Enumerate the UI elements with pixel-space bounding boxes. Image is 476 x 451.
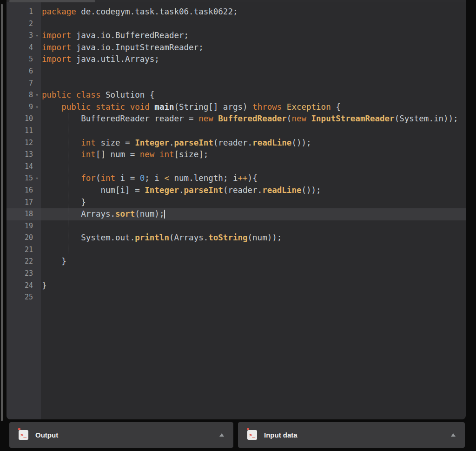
code-line-11[interactable] xyxy=(41,125,466,137)
line-number: 5 xyxy=(7,53,33,66)
gutter-row-7: 7 xyxy=(7,78,41,90)
icon-accent-dot xyxy=(247,428,249,430)
gutter-row-5: 5 xyxy=(7,53,41,66)
input-data-panel-label: Input data xyxy=(264,431,451,439)
token: ; i xyxy=(145,173,164,183)
line-number: 6 xyxy=(7,66,33,78)
code-line-10[interactable]: BufferedReader reader = new BufferedRead… xyxy=(41,113,466,125)
code-line-7[interactable] xyxy=(41,78,466,90)
token: . xyxy=(179,186,184,195)
line-number: 13 xyxy=(7,149,33,161)
input-data-panel-header[interactable]: >_ Input data xyxy=(238,422,465,448)
code-line-14[interactable] xyxy=(41,161,466,173)
code-line-6[interactable] xyxy=(41,66,466,78)
token: Exception xyxy=(282,102,331,112)
token: parseInt xyxy=(184,186,223,195)
code-line-21[interactable] xyxy=(41,244,466,256)
token: ()); xyxy=(301,186,321,195)
code-line-22[interactable]: } xyxy=(41,256,466,268)
token: public static void xyxy=(61,102,150,112)
token: new xyxy=(198,114,213,123)
line-number: 25 xyxy=(7,292,33,304)
token: ()); xyxy=(291,138,311,147)
page-left-scrollbar[interactable] xyxy=(1,4,3,421)
token: Integer xyxy=(135,138,169,147)
token: int xyxy=(81,138,96,147)
token xyxy=(42,173,81,183)
gutter-row-19: 19 xyxy=(7,220,41,232)
code-line-2[interactable] xyxy=(41,18,466,30)
token: Arrays. xyxy=(42,209,115,219)
code-line-23[interactable] xyxy=(41,268,466,280)
horizontal-scrollbar-thumb[interactable] xyxy=(9,0,95,2)
collapse-up-icon[interactable] xyxy=(451,433,456,437)
code-line-8[interactable]: public class Solution { xyxy=(41,89,466,101)
line-number: 15 xyxy=(7,172,33,185)
line-number: 18 xyxy=(7,208,33,220)
token: (Arrays. xyxy=(169,233,208,242)
code-line-24[interactable]: } xyxy=(41,280,466,292)
token xyxy=(213,114,218,123)
line-number: 4 xyxy=(7,42,33,54)
code-line-20[interactable]: System.out.println(Arrays.toString(num))… xyxy=(41,232,466,244)
token xyxy=(150,102,155,112)
gutter-row-15: 15▾ xyxy=(7,172,41,185)
token: toString xyxy=(208,233,247,242)
token: throws xyxy=(252,102,282,112)
line-number: 10 xyxy=(7,113,33,125)
fold-arrow-icon[interactable]: ▾ xyxy=(33,30,41,42)
code-area[interactable]: package de.codegym.task.task06.task0622;… xyxy=(41,0,466,419)
fold-arrow-icon[interactable]: ▾ xyxy=(33,101,41,113)
output-panel-header[interactable]: >_ Output xyxy=(9,422,233,448)
gutter-row-3: 3▾ xyxy=(7,30,41,42)
token: main xyxy=(154,102,174,112)
gutter-row-18: 18 xyxy=(7,208,41,220)
code-line-12[interactable]: int size = Integer.parseInt(reader.readL… xyxy=(41,137,466,149)
gutter-row-13: 13 xyxy=(7,149,41,161)
gutter-row-6: 6 xyxy=(7,66,41,78)
code-line-4[interactable]: import java.io.InputStreamReader; xyxy=(41,42,466,54)
token: } xyxy=(42,281,47,290)
token: (reader. xyxy=(223,186,262,195)
code-line-16[interactable]: num[i] = Integer.parseInt(reader.readLin… xyxy=(41,185,466,197)
gutter-row-25: 25 xyxy=(7,292,41,304)
token xyxy=(42,102,61,112)
code-line-5[interactable]: import java.util.Arrays; xyxy=(41,53,466,66)
code-line-15[interactable]: for(int i = 0; i < num.length; i++){ xyxy=(41,172,466,185)
token: readLine xyxy=(262,186,301,195)
token: [] num = xyxy=(96,150,140,159)
code-line-25[interactable] xyxy=(41,292,466,304)
fold-arrow-icon[interactable]: ▾ xyxy=(33,89,41,101)
token xyxy=(306,114,311,123)
horizontal-scrollbar[interactable] xyxy=(7,0,466,2)
code-line-3[interactable]: import java.io.BufferedReader; xyxy=(41,30,466,42)
code-line-17[interactable]: } xyxy=(41,197,466,209)
token: java.util.Arrays; xyxy=(71,54,159,64)
gutter-row-22: 22 xyxy=(7,256,41,268)
token: int xyxy=(159,150,174,159)
token: new xyxy=(291,114,306,123)
code-line-9[interactable]: public static void main(String[] args) t… xyxy=(41,101,466,113)
token xyxy=(154,150,159,159)
collapse-up-icon[interactable] xyxy=(219,433,224,437)
gutter-row-16: 16 xyxy=(7,185,41,197)
line-number: 14 xyxy=(7,161,33,173)
line-number: 3 xyxy=(7,30,33,42)
code-line-19[interactable] xyxy=(41,220,466,232)
code-line-18[interactable]: Arrays.sort(num); xyxy=(41,208,466,220)
token: (String[] args) xyxy=(174,102,253,112)
token: 0 xyxy=(140,173,145,183)
code-line-13[interactable]: int[] num = new int[size]; xyxy=(41,149,466,161)
token: for xyxy=(81,173,96,183)
gutter-row-23: 23 xyxy=(7,268,41,280)
line-number: 12 xyxy=(7,137,33,149)
line-number: 9 xyxy=(7,101,33,113)
code-line-1[interactable]: package de.codegym.task.task06.task0622; xyxy=(41,6,466,18)
fold-arrow-icon[interactable]: ▾ xyxy=(33,172,41,185)
gutter-row-4: 4 xyxy=(7,42,41,54)
code-editor[interactable]: 123▾45678▾9▾101112131415▾161718192021222… xyxy=(7,0,466,419)
line-number: 1 xyxy=(7,6,33,18)
token: Integer xyxy=(145,186,179,195)
line-number: 24 xyxy=(7,280,33,292)
line-number: 8 xyxy=(7,89,33,101)
